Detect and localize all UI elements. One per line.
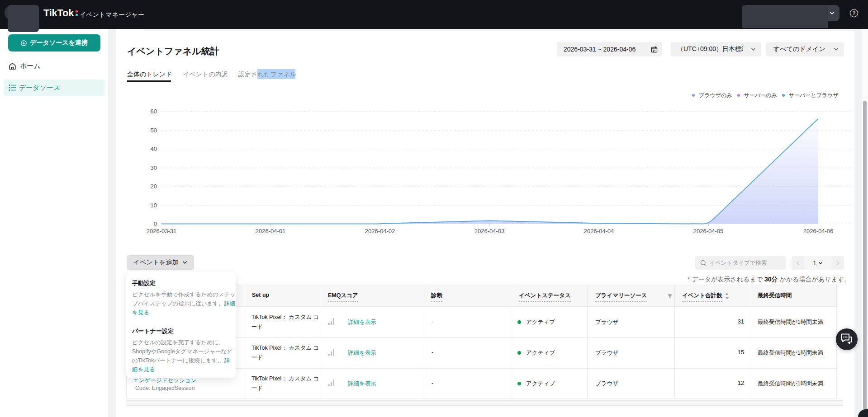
svg-text:2026-04-01: 2026-04-01 xyxy=(256,228,286,234)
svg-text:2026-04-04: 2026-04-04 xyxy=(584,228,614,234)
svg-text:40: 40 xyxy=(151,145,157,152)
svg-text:2026-04-03: 2026-04-03 xyxy=(474,228,505,234)
svg-text:2026-04-06: 2026-04-06 xyxy=(803,228,834,234)
svg-text:20: 20 xyxy=(151,183,157,190)
svg-text:50: 50 xyxy=(151,127,157,134)
svg-text:?: ? xyxy=(852,10,855,16)
svg-text:30: 30 xyxy=(151,164,157,171)
svg-text:2026-03-31: 2026-03-31 xyxy=(147,228,177,234)
svg-text:10: 10 xyxy=(151,202,157,209)
svg-text:2026-04-05: 2026-04-05 xyxy=(693,228,724,234)
svg-text:2026-04-02: 2026-04-02 xyxy=(365,228,395,234)
svg-text:60: 60 xyxy=(151,108,157,115)
svg-text:0: 0 xyxy=(154,220,157,227)
